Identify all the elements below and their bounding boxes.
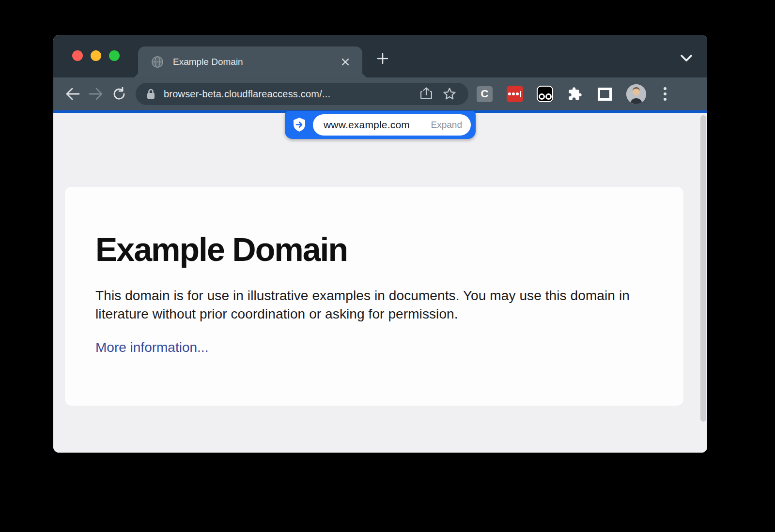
isolation-inner-pill: www.example.com Expand <box>313 114 471 136</box>
side-panel-button[interactable] <box>596 86 613 103</box>
browser-menu-button[interactable] <box>659 86 671 103</box>
kebab-menu-icon <box>663 86 667 102</box>
forward-button[interactable] <box>84 82 108 106</box>
content-card: Example Domain This domain is for use in… <box>65 187 683 406</box>
extension-c-button[interactable]: C <box>476 86 493 103</box>
isolation-domain-pill[interactable]: www.example.com Expand <box>285 111 476 139</box>
page-viewport: www.example.com Expand Example Domain Th… <box>53 113 707 453</box>
chevron-down-icon <box>680 54 693 63</box>
scrollbar-thumb[interactable] <box>700 115 706 422</box>
globe-icon <box>151 55 164 69</box>
browser-window: Example Domain <box>53 35 707 453</box>
minimize-window-button[interactable] <box>91 50 101 61</box>
reload-button[interactable] <box>108 82 131 106</box>
close-window-button[interactable] <box>72 50 83 61</box>
tab-strip: Example Domain <box>53 35 707 77</box>
forward-icon <box>89 88 103 100</box>
share-icon <box>420 87 432 101</box>
tab-close-icon[interactable] <box>338 55 353 69</box>
back-button[interactable] <box>61 82 84 106</box>
share-button[interactable] <box>418 86 434 102</box>
back-icon <box>65 88 80 100</box>
address-bar[interactable]: browser-beta.cloudflareaccess.com/... <box>136 83 468 105</box>
zoom-window-button[interactable] <box>109 50 120 61</box>
avatar <box>626 84 646 104</box>
reload-icon <box>112 87 126 101</box>
bookmark-button[interactable] <box>441 86 458 102</box>
traffic-lights <box>72 50 120 61</box>
isolated-domain-text: www.example.com <box>324 119 431 131</box>
more-information-link[interactable]: More information... <box>95 340 208 355</box>
extension-lastpass-button[interactable] <box>506 86 523 103</box>
lastpass-icon <box>507 86 523 102</box>
url-text: browser-beta.cloudflareaccess.com/... <box>164 89 418 100</box>
goggles-extension-icon <box>537 86 553 102</box>
body-text: This domain is for use in illustrative e… <box>95 287 657 323</box>
new-tab-button[interactable] <box>375 51 390 66</box>
toolbar: browser-beta.cloudflareaccess.com/... C <box>53 77 707 110</box>
tab-search-button[interactable] <box>678 51 695 66</box>
extension-goggles-button[interactable] <box>536 86 553 103</box>
shield-arrow-icon <box>293 117 306 133</box>
expand-button[interactable]: Expand <box>431 120 462 130</box>
c-extension-icon: C <box>477 86 493 102</box>
frame-icon <box>598 88 612 101</box>
tab-example-domain[interactable]: Example Domain <box>138 46 362 77</box>
tab-title: Example Domain <box>173 57 338 67</box>
lock-icon <box>146 88 155 100</box>
profile-button[interactable] <box>626 86 646 103</box>
star-icon <box>443 87 456 101</box>
plus-icon <box>376 52 389 65</box>
page-title: Example Domain <box>95 229 683 269</box>
extensions-menu-button[interactable] <box>566 86 583 103</box>
extensions-row: C <box>476 86 671 103</box>
puzzle-icon <box>568 87 582 101</box>
